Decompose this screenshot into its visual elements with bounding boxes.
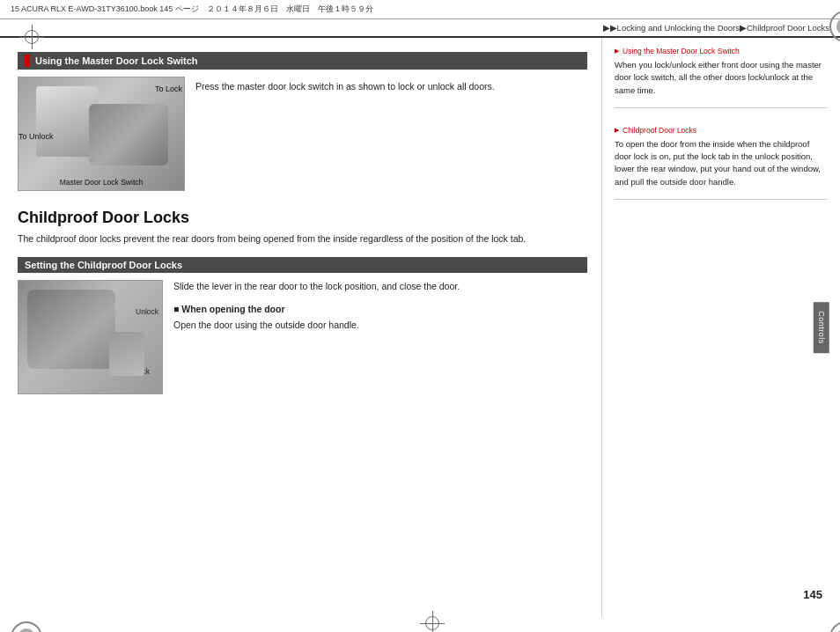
sidebar-section-2: Childproof Door Locks To open the door f… [615, 126, 828, 200]
lock-label: Lock [134, 367, 150, 376]
sidebar-title-2: Childproof Door Locks [615, 126, 828, 135]
master-lock-image-container: To Lock To Unlock Master Door Lock Switc… [18, 77, 185, 191]
sidebar-section-1: Using the Master Door Lock Switch When y… [615, 47, 828, 108]
controls-tab: Controls [814, 302, 829, 353]
page-number: 145 [803, 588, 822, 601]
setting-content: Unlock Lock Slide the lever in the rear … [18, 280, 587, 394]
main-content: Using the Master Door Lock Switch To Loc… [0, 38, 840, 617]
to-lock-label: To Lock [155, 85, 182, 93]
breadcrumb: ▶▶Locking and Unlocking the Doors▶Childp… [0, 19, 840, 38]
right-column: Using the Master Door Lock Switch When y… [602, 38, 840, 617]
top-header: 15 ACURA RLX E-AWD-31TY36100.book 145 ペー… [0, 0, 840, 19]
unlock-label: Unlock [136, 307, 158, 316]
when-opening-title: ■ When opening the door [173, 303, 587, 317]
setting-description: Slide the lever in the rear door to the … [173, 280, 587, 333]
left-column: Using the Master Door Lock Switch To Loc… [0, 38, 602, 617]
file-info: 15 ACURA RLX E-AWD-31TY36100.book 145 ペー… [11, 4, 373, 15]
childproof-section: Childproof Door Locks The childproof doo… [18, 209, 587, 394]
master-lock-content: To Lock To Unlock Master Door Lock Switc… [18, 77, 587, 191]
setting-heading: Setting the Childproof Door Locks [18, 257, 587, 273]
heading-bar-icon [25, 55, 30, 67]
master-lock-description: Press the master door lock switch in as … [195, 77, 587, 94]
childproof-image: Unlock Lock [18, 280, 163, 394]
sidebar-text-1: When you lock/unlock either front door u… [615, 59, 828, 97]
childproof-intro: The childproof door locks prevent the re… [18, 232, 587, 246]
to-unlock-label: To Unlock [18, 132, 54, 141]
sidebar-text-2: To open the door from the inside when th… [615, 138, 828, 188]
master-lock-image: To Lock To Unlock Master Door Lock Switc… [18, 77, 185, 191]
master-lock-heading: Using the Master Door Lock Switch [18, 52, 587, 70]
master-switch-label: Master Door Lock Switch [60, 178, 143, 187]
master-lock-section: Using the Master Door Lock Switch To Loc… [18, 52, 587, 191]
childproof-title: Childproof Door Locks [18, 209, 587, 227]
sidebar-title-1: Using the Master Door Lock Switch [615, 47, 828, 55]
when-opening: ■ When opening the door Open the door us… [173, 303, 587, 334]
